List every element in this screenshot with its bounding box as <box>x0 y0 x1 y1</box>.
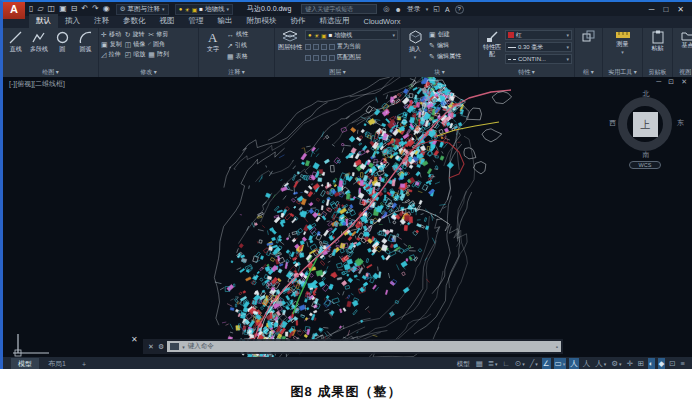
layer-dropdown[interactable]: ●☀▣■地物线▾ <box>305 30 398 40</box>
command-input[interactable]: ▾ 键入命令 ▪ <box>167 341 561 352</box>
save-as-icon[interactable]: ▣ <box>59 5 67 13</box>
modify-圆角-button[interactable]: ◜圆角 <box>148 40 169 49</box>
panel-modify-title[interactable]: 修改 ▾ <box>99 67 198 77</box>
panel-draw-title[interactable]: 绘图 ▾ <box>3 67 98 77</box>
viewcube-wcs-button[interactable]: WCS <box>629 161 661 169</box>
layer-tool-icon[interactable] <box>305 44 311 50</box>
person-icon[interactable]: ☻ <box>394 6 401 13</box>
make-current-button[interactable]: 置为当前 <box>337 42 361 51</box>
search-icon[interactable]: ◎ <box>383 5 389 13</box>
modify-镜像-button[interactable]: ◫镜像 <box>125 40 146 49</box>
drawing-canvas[interactable]: [-][俯视][二维线框] ─ ⊡ ✕ 北 南 西 东 上 WCS ✕ ✕ ⚙ <box>3 77 692 357</box>
viewcube-top-face[interactable]: 上 <box>633 112 658 137</box>
object-color-dropdown[interactable]: 红 ▾ <box>505 30 572 40</box>
isodraft-icon[interactable]: ╱▾ <box>529 358 539 369</box>
panel-view-title[interactable]: 视图 ▾ <box>673 67 692 77</box>
polar-tracking-icon[interactable]: ⊙▾ <box>514 358 526 369</box>
circle-button[interactable]: 圆 <box>52 30 73 53</box>
line-button[interactable]: 直线 <box>5 30 26 53</box>
command-close-icon[interactable]: ✕ <box>148 343 154 351</box>
customize-icon[interactable]: ≡ <box>680 358 686 369</box>
panel-layers-title[interactable]: 图层 ▾ <box>275 67 400 77</box>
autodesk-a-menu[interactable]: A <box>445 6 450 13</box>
ortho-icon[interactable]: ∟ <box>502 358 511 369</box>
tab-附加模块[interactable]: 附加模块 <box>240 14 284 28</box>
match-layer-button[interactable]: 匹配图层 <box>337 53 361 62</box>
plot-icon[interactable]: ⊟ <box>71 5 78 13</box>
command-customize-icon[interactable]: ⚙ <box>158 343 164 351</box>
add-layout-button[interactable]: + <box>75 360 93 369</box>
annotate-表格-button[interactable]: ▦表格 <box>227 52 248 61</box>
osnap-icon[interactable]: ▭▾ <box>554 358 567 369</box>
annotation-visibility-icon[interactable]: 人 <box>569 358 579 369</box>
layer-tool-icon[interactable] <box>321 44 327 50</box>
layer-tool-icon[interactable] <box>321 55 327 61</box>
layer-tool-icon[interactable] <box>329 55 335 61</box>
layer-tool-icon[interactable] <box>313 55 319 61</box>
panel-utilities-title[interactable]: 实用工具 ▾ <box>603 67 642 77</box>
tab-输出[interactable]: 输出 <box>211 14 240 28</box>
modify-旋转-button[interactable]: ↻旋转 <box>125 30 146 39</box>
modify-缩放-button[interactable]: ◰缩放 <box>125 50 146 59</box>
chevron-down-icon[interactable]: ▾ <box>426 6 429 12</box>
annotate-引线-button[interactable]: ↗引线 <box>227 41 248 50</box>
sign-in-button[interactable]: 登录 <box>407 4 421 14</box>
group-button[interactable] <box>580 30 598 44</box>
doc-restore-button[interactable]: ⊡ <box>668 78 674 86</box>
modify-移动-button[interactable]: ✛移动 <box>101 30 122 39</box>
viewcube-north-label[interactable]: 北 <box>615 89 677 99</box>
layer-quick-control[interactable]: ●☀▣■地物线▾ <box>175 4 233 15</box>
maximize-button[interactable]: □ <box>663 5 668 14</box>
layer-tool-icon[interactable] <box>305 55 311 61</box>
base-point-button[interactable]: 基点 <box>678 30 692 49</box>
measure-button[interactable]: 测量 ▾ <box>611 30 635 55</box>
paste-button[interactable]: 粘贴 <box>648 30 668 52</box>
modify-修剪-button[interactable]: ✂修剪 <box>148 30 169 39</box>
new-file-icon[interactable]: ▯ <box>29 5 33 13</box>
recent-commands-icon[interactable] <box>170 343 179 350</box>
block-创建-button[interactable]: ▣创建 <box>429 30 461 39</box>
workspace-selector[interactable]: ⚙ 草图与注释 ▾ <box>116 4 169 15</box>
save-icon[interactable]: ◫ <box>48 5 56 13</box>
help-icon[interactable]: ? <box>455 5 464 14</box>
minimize-button[interactable]: ─ <box>649 5 655 14</box>
preview-icon[interactable]: ◉ <box>103 5 110 13</box>
model-tab[interactable]: 模型 <box>11 358 39 369</box>
tab-精选应用[interactable]: 精选应用 <box>313 14 357 28</box>
isolate-objects-icon[interactable]: ◐ <box>648 358 655 369</box>
snap-icon[interactable]: ≣▾ <box>487 358 499 369</box>
lineweight-dropdown[interactable]: 0.30 毫米 ▾ <box>505 42 572 52</box>
modify-拉伸-button[interactable]: ◿拉伸 <box>101 50 122 59</box>
block-编辑-button[interactable]: ✎编辑 <box>429 41 461 50</box>
tab-视图[interactable]: 视图 <box>153 14 182 28</box>
help-search-input[interactable]: 键入关键字或短语 <box>301 4 377 14</box>
doc-close-button[interactable]: ✕ <box>681 78 687 86</box>
polyline-button[interactable]: 多段线 <box>28 30 49 53</box>
layer-tool-icon[interactable] <box>329 44 335 50</box>
tab-CloudWorx[interactable]: CloudWorx <box>357 15 408 28</box>
app-store-cart-icon[interactable]: ◱ <box>433 5 440 13</box>
insert-block-button[interactable]: 插入 ▾ <box>403 30 427 60</box>
tab-注释[interactable]: 注释 <box>87 14 116 28</box>
close-button[interactable]: ✕ <box>677 5 684 14</box>
app-logo[interactable]: A <box>3 0 25 19</box>
tab-插入[interactable]: 插入 <box>58 14 87 28</box>
tab-参数化[interactable]: 参数化 <box>116 14 153 28</box>
doc-minimize-button[interactable]: ─ <box>656 78 661 86</box>
autoscale-icon[interactable]: 人 <box>582 358 592 369</box>
tab-默认[interactable]: 默认 <box>29 14 58 28</box>
osnap-tracking-icon[interactable]: ∠ <box>542 358 551 369</box>
viewcube-south-label[interactable]: 南 <box>615 150 677 160</box>
viewcube-west-label[interactable]: 西 <box>609 118 616 128</box>
viewcube-east-label[interactable]: 东 <box>677 118 684 128</box>
grid-icon[interactable]: ▦ <box>475 358 484 369</box>
panel-clipboard-title[interactable]: 剪贴板 <box>643 67 672 77</box>
match-properties-button[interactable]: 特性匹配 <box>481 30 503 57</box>
hardware-accel-icon[interactable]: ◆ <box>658 358 666 369</box>
redo-icon[interactable]: ↷ <box>92 5 99 13</box>
modify-复制-button[interactable]: ▣复制 <box>101 40 122 49</box>
layer-properties-button[interactable]: 图层特性 <box>277 30 303 51</box>
annotation-scale-icon[interactable]: 人▾ <box>594 358 607 369</box>
model-space-toggle[interactable]: 模型 <box>457 360 470 369</box>
tab-协作[interactable]: 协作 <box>284 14 313 28</box>
